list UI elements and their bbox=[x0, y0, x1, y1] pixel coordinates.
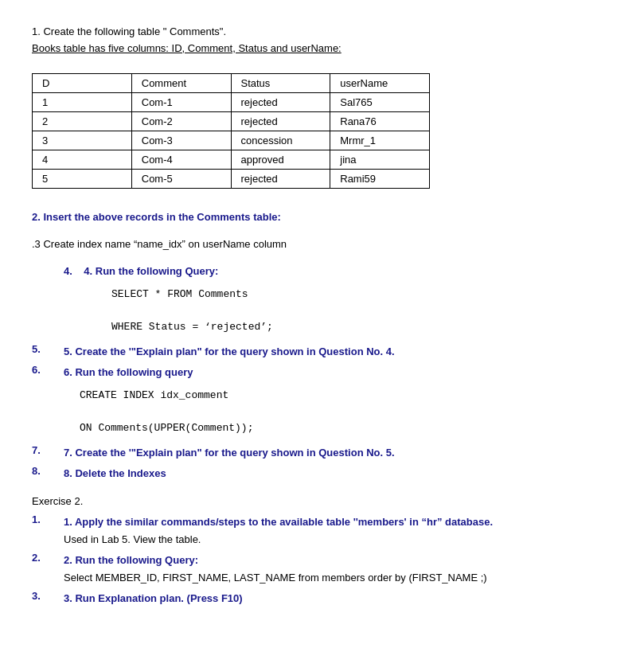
item-4-code1: SELECT * FROM Comments bbox=[111, 285, 612, 303]
exercise-2-title: Exercise 2. bbox=[32, 495, 83, 507]
ex2-item-normal-2: Select MEMBER_ID, FIRST_NAME, LAST_NAME … bbox=[64, 572, 487, 584]
item-6-num: 6. bbox=[32, 364, 64, 376]
table-cell: rejected bbox=[231, 169, 330, 188]
ex2-item-num-3: 3. bbox=[32, 590, 64, 602]
intro-line2-text: Books table has five columns: ID, Commen… bbox=[32, 42, 342, 54]
section-3-text: .3 Create index name “name_idx” on userN… bbox=[32, 238, 287, 250]
table-cell: 1 bbox=[33, 92, 132, 111]
item-5-content: 5. Create the '"Explain plan" for the qu… bbox=[64, 343, 612, 361]
table-cell: Com-2 bbox=[131, 111, 231, 131]
table-cell: Com-3 bbox=[131, 131, 231, 150]
ex2-item-bold-1: 1. Apply the similar commands/steps to t… bbox=[64, 516, 493, 528]
table-cell: rejected bbox=[231, 111, 330, 131]
table-row: 1Com-1rejectedSal765 bbox=[33, 92, 430, 111]
item-7-text: 7. Create the '"Explain plan" for the qu… bbox=[64, 447, 395, 459]
item-6-text: 6. Run the following query bbox=[64, 366, 193, 378]
table-header: D bbox=[33, 73, 132, 92]
table-cell: approved bbox=[231, 150, 330, 169]
table-cell: Sal765 bbox=[330, 92, 430, 111]
item-4-code2: WHERE Status = ‘rejected’; bbox=[111, 318, 612, 336]
item-4: 4. 4. Run the following Query: SELECT * … bbox=[64, 263, 612, 337]
table-row: 4Com-4approvedjina bbox=[33, 150, 430, 169]
section-2: 2. Insert the above records in the Comme… bbox=[32, 209, 612, 226]
ex2-item-content-1: 1. Apply the similar commands/steps to t… bbox=[64, 513, 612, 548]
item-6-code2: ON Comments(UPPER(Comment)); bbox=[80, 419, 612, 437]
table-cell: 2 bbox=[33, 111, 132, 131]
table-row: 2Com-2rejectedRana76 bbox=[33, 111, 430, 131]
table-cell: Com-4 bbox=[131, 150, 231, 169]
item-7: 7. 7. Create the '"Explain plan" for the… bbox=[32, 444, 612, 462]
item-8-wrapper: 8. 8. Delete the Indexes bbox=[32, 465, 612, 482]
table-row: 3Com-3concessionMrmr_1 bbox=[33, 131, 430, 150]
item-7-content: 7. Create the '"Explain plan" for the qu… bbox=[64, 444, 612, 462]
item-6: 6. 6. Run the following query bbox=[32, 364, 612, 381]
comments-table: DCommentStatususerName1Com-1rejectedSal7… bbox=[32, 73, 430, 189]
item-4-label: 4. bbox=[64, 265, 72, 277]
ex2-item-1: 1.1. Apply the similar commands/steps to… bbox=[32, 513, 612, 548]
ex2-item-num-2: 2. bbox=[32, 552, 64, 564]
intro-line2: Books table has five columns: ID, Commen… bbox=[32, 41, 612, 57]
table-cell: 5 bbox=[33, 169, 132, 188]
ex2-item-content-2: 2. Run the following Query:Select MEMBER… bbox=[64, 552, 612, 587]
ex2-item-normal-1: Used in Lab 5. View the table. bbox=[64, 533, 201, 545]
exercise-2-header: Exercise 2. bbox=[32, 495, 612, 507]
item-6-wrapper: 6. 6. Run the following query CREATE IND… bbox=[32, 364, 612, 438]
table-cell: Com-5 bbox=[131, 169, 231, 188]
table-cell: Com-1 bbox=[131, 92, 231, 111]
table-header: userName bbox=[330, 73, 430, 92]
exercise-2-items: 1.1. Apply the similar commands/steps to… bbox=[32, 513, 612, 607]
table-cell: Rana76 bbox=[330, 111, 430, 131]
table-header: Comment bbox=[131, 73, 231, 92]
table-cell: 4 bbox=[33, 150, 132, 169]
item-5: 5. 5. Create the '"Explain plan" for the… bbox=[32, 343, 612, 361]
table-cell: Rami59 bbox=[330, 169, 430, 188]
ex2-item-row-1: 1.1. Apply the similar commands/steps to… bbox=[32, 513, 612, 548]
ex2-item-bold-2: 2. Run the following Query: bbox=[64, 554, 198, 566]
item-5-text: 5. Create the '"Explain plan" for the qu… bbox=[64, 345, 395, 357]
section-3: .3 Create index name “name_idx” on userN… bbox=[32, 236, 612, 253]
section-2-text: 2. Insert the above records in the Comme… bbox=[32, 211, 281, 223]
table-cell: concession bbox=[231, 131, 330, 150]
item-6-code1: CREATE INDEX idx_comment bbox=[80, 386, 612, 404]
table-cell: 3 bbox=[33, 131, 132, 150]
ex2-item-bold-3: 3. Run Explanation plan. (Press F10) bbox=[64, 592, 243, 604]
table-cell: rejected bbox=[231, 92, 330, 111]
item-8-content: 8. Delete the Indexes bbox=[64, 465, 612, 482]
table-cell: jina bbox=[330, 150, 430, 169]
table-cell: Mrmr_1 bbox=[330, 131, 430, 150]
item-5-num: 5. bbox=[32, 343, 64, 355]
item-4-title: 4. Run the following Query: bbox=[84, 265, 218, 277]
ex2-item-content-3: 3. Run Explanation plan. (Press F10) bbox=[64, 590, 612, 607]
item-5-wrapper: 5. 5. Create the '"Explain plan" for the… bbox=[32, 343, 612, 361]
intro-line1: 1. Create the following table " Comments… bbox=[32, 24, 612, 41]
item-6-content: 6. Run the following query bbox=[64, 364, 612, 381]
ex2-item-2: 2.2. Run the following Query:Select MEMB… bbox=[32, 552, 612, 587]
item-7-wrapper: 7. 7. Create the '"Explain plan" for the… bbox=[32, 444, 612, 462]
item-7-num: 7. bbox=[32, 444, 64, 456]
table-row: 5Com-5rejectedRami59 bbox=[33, 169, 430, 188]
item-8-num: 8. bbox=[32, 465, 64, 477]
ex2-item-num-1: 1. bbox=[32, 513, 64, 525]
ex2-item-row-2: 2.2. Run the following Query:Select MEMB… bbox=[32, 552, 612, 587]
ex2-item-row-3: 3.3. Run Explanation plan. (Press F10) bbox=[32, 590, 612, 607]
item-8: 8. 8. Delete the Indexes bbox=[32, 465, 612, 482]
item-8-text: 8. Delete the Indexes bbox=[64, 467, 166, 479]
ex2-item-3: 3.3. Run Explanation plan. (Press F10) bbox=[32, 590, 612, 607]
intro-section: 1. Create the following table " Comments… bbox=[32, 24, 612, 57]
table-header: Status bbox=[231, 73, 330, 92]
